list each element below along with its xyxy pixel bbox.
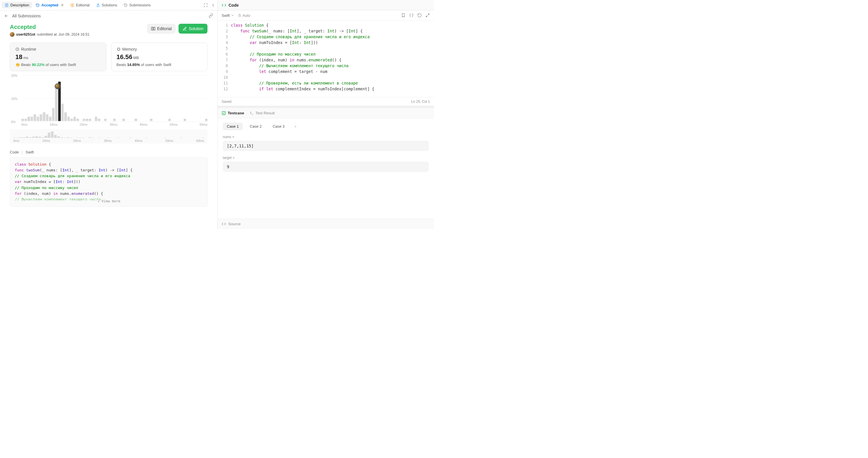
chart-bar[interactable] <box>98 119 100 121</box>
view-more-button[interactable]: View more <box>10 196 207 206</box>
chart-bar[interactable] <box>43 112 45 121</box>
chart-bar[interactable] <box>73 117 76 121</box>
case-tabs: Case 1Case 2Case 3 <box>223 122 429 130</box>
chart-bar[interactable] <box>52 108 55 121</box>
cursor-position: Ln 25, Col 1 <box>411 99 430 104</box>
submission-meta: user6251ot submitted at Jun 09, 2024 16:… <box>10 32 89 37</box>
avatar <box>10 32 14 37</box>
chart-marker-avatar <box>55 83 60 89</box>
field-value[interactable]: [2,7,11,15] <box>223 141 429 151</box>
chart-bar[interactable] <box>113 119 116 121</box>
chart-bar[interactable] <box>67 117 70 121</box>
chart-bar[interactable] <box>31 117 33 121</box>
bookmark-icon[interactable] <box>401 13 406 18</box>
stat-label: Runtime <box>21 47 36 52</box>
editorial-button[interactable]: Editorial <box>147 24 176 34</box>
chart-bar[interactable] <box>168 119 171 121</box>
username[interactable]: user6251ot <box>16 32 35 36</box>
button-label: Editorial <box>157 26 172 31</box>
braces-icon[interactable] <box>409 13 414 18</box>
solution-button[interactable]: Solution <box>179 24 208 34</box>
field-value[interactable]: 9 <box>223 162 429 172</box>
case-tab[interactable]: Case 2 <box>246 122 266 130</box>
maximize-icon[interactable] <box>425 13 430 18</box>
chart-bar[interactable] <box>95 117 97 121</box>
tab-submissions[interactable]: Submissions <box>121 2 154 8</box>
memory-unit: MB <box>133 56 139 60</box>
snippet-header: Code | Swift <box>10 150 208 154</box>
chart-bar[interactable] <box>184 119 186 121</box>
tab-test-result[interactable]: Test Result <box>249 111 275 115</box>
code-snippet: class Solution { func twoSum(_ nums: [In… <box>10 157 208 207</box>
chart-bar[interactable] <box>25 119 27 121</box>
runtime-mini-chart[interactable]: 8ms18ms28ms39ms49ms59ms69ms <box>10 129 208 144</box>
result-title: Accepted <box>10 24 89 30</box>
chart-bar[interactable] <box>28 117 30 121</box>
code-editor[interactable]: 123456789101112 class Solution { func tw… <box>218 20 434 97</box>
arrow-left-icon[interactable] <box>4 13 9 18</box>
testcase-field: target =9 <box>223 156 429 172</box>
chart-bar[interactable] <box>22 119 24 121</box>
chart-bar[interactable] <box>34 114 36 121</box>
chart-bar[interactable] <box>122 119 125 121</box>
field-label: nums = <box>223 135 429 139</box>
tab-editorial[interactable]: Editorial <box>67 2 93 8</box>
memory-value: 16.56 <box>117 53 132 60</box>
chart-bar[interactable] <box>76 119 79 121</box>
case-tab[interactable]: Case 3 <box>269 122 288 130</box>
tab-testcase[interactable]: Testcase <box>222 111 244 115</box>
breadcrumb[interactable]: All Submissions <box>12 13 41 18</box>
chart-bar[interactable] <box>205 119 208 121</box>
chart-bar[interactable] <box>104 119 107 121</box>
source-label: Source <box>228 222 241 226</box>
chart-bar[interactable] <box>150 119 153 121</box>
chart-bar[interactable] <box>83 119 85 121</box>
book-icon <box>70 3 74 7</box>
chevron-down-icon <box>231 13 235 17</box>
tab-label: Submissions <box>129 3 151 7</box>
close-icon[interactable]: ✕ <box>61 3 64 7</box>
expand-icon[interactable] <box>204 3 208 7</box>
chevrons-down-icon <box>97 200 100 203</box>
runtime-card[interactable]: Runtime 18ms 👏Beats 90.22% of users with… <box>10 42 106 71</box>
tab-description[interactable]: Description <box>2 2 32 8</box>
tab-accepted[interactable]: Accepted ✕ <box>33 2 67 8</box>
link-icon[interactable] <box>209 13 213 18</box>
case-tab[interactable]: Case 1 <box>223 122 243 130</box>
chart-bar[interactable] <box>89 119 91 121</box>
clock-icon <box>16 47 20 51</box>
chart-bar[interactable] <box>40 114 42 121</box>
undo-icon[interactable] <box>417 13 422 18</box>
chart-bar[interactable] <box>134 119 137 121</box>
beaker-icon <box>96 3 100 7</box>
chart-bar[interactable] <box>55 88 58 121</box>
source-bar[interactable]: Source <box>218 219 434 229</box>
chart-bar[interactable] <box>64 112 67 121</box>
auto-toggle[interactable]: Auto <box>238 13 250 18</box>
submitted-label: submitted at <box>37 32 57 36</box>
chart-bar[interactable] <box>61 104 64 121</box>
chart-bar[interactable] <box>86 119 88 121</box>
add-case-button[interactable] <box>292 123 299 130</box>
svg-rect-2 <box>118 48 120 50</box>
language-selector[interactable]: Swift <box>222 13 235 18</box>
stat-label: Memory <box>122 47 137 52</box>
history-icon <box>36 3 40 7</box>
lock-icon <box>238 13 241 17</box>
button-label: Solution <box>189 26 204 31</box>
memory-card[interactable]: Memory 16.56MB Beats 14.85% of users wit… <box>111 42 208 71</box>
tab-solutions[interactable]: Solutions <box>93 2 120 8</box>
book-open-icon <box>151 27 155 31</box>
breadcrumb-bar: All Submissions <box>0 10 217 22</box>
edit-icon <box>183 27 187 31</box>
memory-beats: Beats 14.85% of users with Swift <box>117 62 202 67</box>
terminal-icon <box>249 111 254 115</box>
tab-label: Description <box>10 3 29 7</box>
tab-label: Accepted <box>41 3 58 7</box>
chart-bar[interactable] <box>49 117 52 121</box>
chart-bar[interactable] <box>37 117 39 121</box>
chevron-left-icon[interactable] <box>211 3 216 7</box>
chart-bar[interactable] <box>70 119 73 121</box>
panel-divider[interactable] <box>218 106 434 108</box>
chart-bar[interactable] <box>46 114 49 121</box>
